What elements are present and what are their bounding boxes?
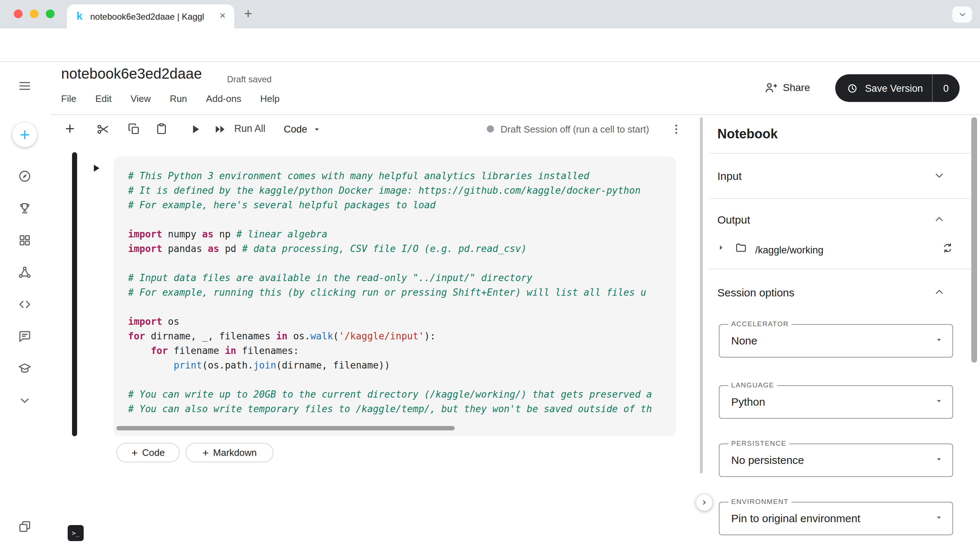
code-line: for filename in filenames:	[128, 344, 673, 358]
code-cell[interactable]: # This Python 3 environment comes with m…	[113, 156, 676, 436]
notebook-title[interactable]: notebook6e3ed2daae	[61, 65, 202, 82]
window-scrollbar[interactable]	[971, 117, 977, 363]
add-cell-button[interactable]: +	[60, 119, 80, 139]
zoom-window-button[interactable]	[46, 10, 54, 18]
section-session-options[interactable]: Session options	[718, 286, 794, 298]
tab-search-button[interactable]	[952, 6, 972, 22]
run-all-button[interactable]	[210, 119, 230, 139]
console-button[interactable]: >_	[68, 525, 84, 541]
code-line: # Input data files are available in the …	[128, 271, 673, 286]
fast-forward-icon	[213, 122, 227, 136]
browser-toolbar: kaggle.com/code/jeffheaton/notebook6e3ed…	[0, 29, 980, 62]
menu-edit[interactable]: Edit	[95, 93, 112, 104]
code-line: for dirname, _, filenames in os.walk('/k…	[128, 329, 673, 344]
tab-close-icon[interactable]: ×	[216, 10, 229, 22]
language-value: Python	[731, 386, 765, 418]
code-line	[128, 300, 673, 314]
section-output[interactable]: Output	[718, 214, 750, 226]
create-button[interactable]: +	[13, 122, 37, 147]
play-icon	[188, 122, 202, 136]
save-version-button[interactable]: Save Version 0	[835, 74, 959, 102]
persistence-select[interactable]: PERSISTENCE No persistence	[719, 443, 953, 477]
browser-tab[interactable]: k notebook6e3ed2daae | Kaggl ×	[67, 4, 234, 29]
grid-icon	[18, 233, 32, 247]
share-button[interactable]: Share	[764, 77, 810, 97]
accelerator-select[interactable]: ACCELERATOR None	[719, 324, 953, 357]
caret-down-icon	[934, 396, 943, 406]
sidebar-item-competitions[interactable]	[14, 198, 35, 219]
panel-title: Notebook	[718, 127, 778, 142]
run-all-label[interactable]: Run All	[234, 123, 266, 134]
main-scrollbar[interactable]	[700, 117, 703, 473]
input-collapse-button[interactable]	[931, 168, 947, 183]
network-icon	[18, 265, 32, 280]
panel-divider	[710, 269, 974, 270]
sidebar-item-datasets[interactable]	[14, 230, 35, 250]
code-editor[interactable]: # This Python 3 environment comes with m…	[128, 169, 673, 416]
plus-icon: +	[131, 447, 138, 458]
sidebar-windows-button[interactable]	[14, 516, 35, 537]
code-line: # You can also write temporary files to …	[128, 402, 673, 416]
chat-icon	[18, 329, 32, 344]
sidebar-item-code[interactable]	[14, 294, 35, 314]
scissors-icon	[95, 122, 110, 136]
panel-divider	[710, 153, 974, 154]
sidebar-item-models[interactable]	[14, 262, 35, 282]
sidebar-item-learn[interactable]	[14, 358, 35, 379]
compass-icon	[18, 169, 32, 183]
cell-horizontal-scrollbar[interactable]	[116, 426, 455, 431]
paste-cell-button[interactable]	[151, 119, 172, 139]
kaggle-favicon: k	[76, 10, 83, 22]
code-line: # It is defined by the kaggle/python Doc…	[128, 183, 673, 198]
section-input[interactable]: Input	[718, 170, 742, 182]
cell-type-value: Code	[284, 123, 307, 134]
kaggle-app: + notebook6e3ed2daae Draft saved	[0, 62, 980, 544]
session-status-dot	[487, 125, 494, 132]
code-line: # You can write up to 20GB to the curren…	[128, 388, 673, 402]
version-count[interactable]: 0	[932, 83, 959, 94]
menu-file[interactable]: File	[61, 93, 76, 104]
menu-bar: File Edit View Run Add-ons Help	[61, 93, 280, 104]
environment-select[interactable]: ENVIRONMENT Pin to original environment	[719, 502, 953, 535]
refresh-output-button[interactable]	[942, 242, 954, 257]
session-collapse-button[interactable]	[931, 284, 947, 300]
minimize-window-button[interactable]	[30, 10, 38, 18]
close-window-button[interactable]	[14, 10, 22, 18]
menu-view[interactable]: View	[130, 93, 151, 104]
cut-cell-button[interactable]	[92, 119, 113, 139]
sidebar-menu-button[interactable]	[14, 76, 35, 96]
menu-run[interactable]: Run	[170, 93, 187, 104]
copy-windows-icon	[18, 519, 32, 534]
sidebar-item-discussions[interactable]	[14, 326, 35, 347]
panel-divider	[710, 198, 974, 199]
sidebar-item-home[interactable]	[14, 166, 35, 187]
copy-cell-button[interactable]	[124, 119, 144, 139]
cell-run-button[interactable]	[87, 160, 105, 177]
notebook-menu-button[interactable]	[666, 119, 686, 139]
cell-type-dropdown[interactable]: Code	[284, 119, 322, 139]
chevron-down-icon	[18, 393, 32, 408]
code-line: # For example, running this (by clicking…	[128, 286, 673, 300]
code-icon	[18, 297, 32, 312]
language-select[interactable]: LANGUAGE Python	[719, 385, 953, 419]
add-markdown-button[interactable]: + Markdown	[186, 443, 274, 463]
code-line	[128, 373, 673, 388]
plus-icon: +	[20, 124, 30, 146]
panel-expand-button[interactable]	[695, 494, 713, 511]
hamburger-icon	[18, 79, 32, 93]
code-line: print(os.path.join(dirname, filename))	[128, 358, 673, 373]
menu-help[interactable]: Help	[260, 93, 280, 104]
output-collapse-button[interactable]	[931, 211, 947, 227]
add-code-button[interactable]: + Code	[116, 443, 180, 463]
menu-addons[interactable]: Add-ons	[206, 93, 241, 104]
output-expand-button[interactable]	[716, 242, 727, 254]
graduation-cap-icon	[18, 361, 32, 376]
new-tab-button[interactable]: +	[240, 6, 256, 22]
sidebar-more-button[interactable]	[14, 390, 35, 411]
tab-strip: k notebook6e3ed2daae | Kaggl × +	[0, 0, 980, 29]
share-label: Share	[783, 81, 810, 93]
run-cell-button[interactable]	[185, 119, 205, 139]
output-item-label[interactable]: /kaggle/working	[755, 245, 824, 255]
chevron-up-icon	[933, 286, 946, 298]
history-icon	[846, 82, 859, 94]
